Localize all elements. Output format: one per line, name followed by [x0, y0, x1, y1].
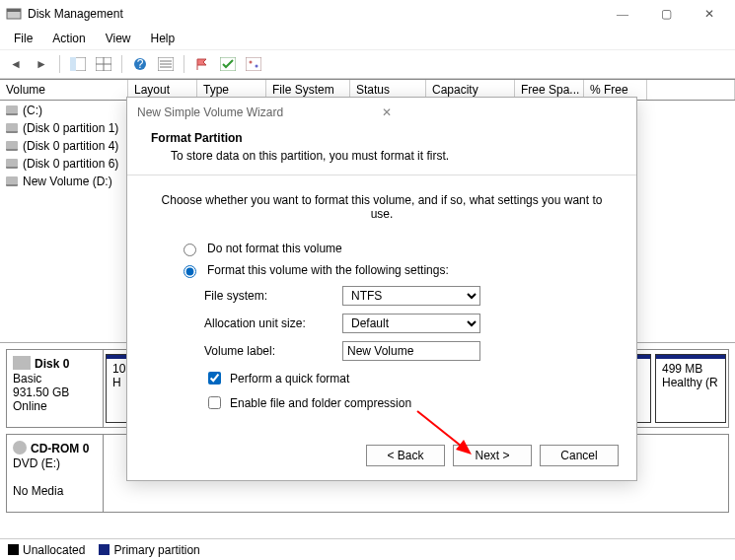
- toolbar: ◄ ► ?: [0, 49, 735, 79]
- cancel-button[interactable]: Cancel: [540, 445, 619, 466]
- select-alloc[interactable]: Default: [342, 314, 480, 333]
- menu-view[interactable]: View: [98, 30, 139, 47]
- media-status: No Media: [13, 484, 97, 498]
- panel-icon[interactable]: [68, 54, 88, 74]
- svg-text:?: ?: [137, 57, 144, 71]
- menu-file[interactable]: File: [6, 30, 40, 47]
- drive-icon: [6, 159, 18, 169]
- disk-type: Basic: [13, 372, 97, 385]
- volume-name: New Volume (D:): [23, 175, 112, 188]
- separator: [184, 55, 184, 73]
- option-quick-format[interactable]: Perform a quick format: [204, 369, 615, 387]
- drive-icon: [6, 123, 18, 133]
- svg-rect-3: [70, 57, 76, 71]
- volume-name: (Disk 0 partition 6): [23, 157, 118, 171]
- checkbox-compression[interactable]: [208, 396, 221, 409]
- legend-primary: Primary partition: [99, 543, 199, 557]
- menubar: File Action View Help: [0, 28, 735, 49]
- legend: Unallocated Primary partition: [0, 538, 735, 560]
- menu-help[interactable]: Help: [143, 30, 184, 47]
- volume-name: (C:): [23, 104, 42, 117]
- dialog-instruction: Choose whether you want to format this v…: [149, 193, 615, 221]
- svg-point-15: [250, 61, 253, 64]
- disk-name: Disk 0: [35, 357, 69, 371]
- menu-action[interactable]: Action: [44, 30, 93, 47]
- dialog-body: Choose whether you want to format this v…: [127, 175, 636, 436]
- dialog-heading: Format Partition: [151, 131, 243, 145]
- back-icon[interactable]: ◄: [6, 54, 26, 74]
- volume-name: (Disk 0 partition 1): [23, 121, 118, 135]
- dialog-titlebar: New Simple Volume Wizard ✕: [127, 98, 636, 127]
- flag-icon[interactable]: [192, 54, 212, 74]
- forward-icon[interactable]: ►: [32, 54, 51, 74]
- svg-rect-1: [7, 9, 21, 12]
- dialog-header: Format Partition To store data on this p…: [127, 127, 636, 175]
- list-icon[interactable]: [156, 54, 176, 74]
- disk-size: 931.50 GB: [13, 385, 97, 399]
- volume-name: (Disk 0 partition 4): [23, 139, 118, 153]
- drive-icon: [6, 105, 18, 115]
- dialog-buttons: < Back Next > Cancel: [366, 445, 619, 466]
- checkbox-quick-format[interactable]: [208, 372, 221, 385]
- check-icon[interactable]: [218, 54, 238, 74]
- disk-label: CD-ROM 0 DVD (E:) No Media: [7, 435, 104, 512]
- disc-icon: [13, 441, 27, 455]
- partition[interactable]: 499 MBHealthy (R: [655, 354, 726, 423]
- titlebar: Disk Management — ▢ ✕: [0, 0, 735, 28]
- radio-format[interactable]: [184, 265, 196, 278]
- label-alloc: Allocation unit size:: [204, 316, 342, 330]
- disk-status: Online: [13, 399, 97, 413]
- svg-rect-14: [246, 57, 261, 71]
- wizard-dialog: New Simple Volume Wizard ✕ Format Partit…: [126, 97, 637, 481]
- settings-icon[interactable]: [244, 54, 263, 74]
- radio-no-format[interactable]: [184, 244, 196, 256]
- drive-icon: [6, 141, 18, 151]
- back-button[interactable]: < Back: [366, 445, 445, 466]
- dialog-close-icon[interactable]: ✕: [382, 105, 626, 119]
- option-compression[interactable]: Enable file and folder compression: [204, 393, 615, 412]
- col-volume[interactable]: Volume: [0, 80, 128, 100]
- separator: [121, 55, 122, 73]
- dialog-title: New Simple Volume Wizard: [137, 105, 382, 119]
- option-no-format[interactable]: Do not format this volume: [179, 241, 615, 256]
- radio-label: Format this volume with the following se…: [207, 263, 449, 277]
- close-button[interactable]: ✕: [688, 0, 731, 28]
- disk-name: CD-ROM 0: [31, 442, 89, 455]
- disk-label: Disk 0 Basic 931.50 GB Online: [7, 350, 104, 427]
- next-button[interactable]: Next >: [453, 445, 532, 466]
- help-icon[interactable]: ?: [130, 54, 150, 74]
- label-volume-label: Volume label:: [204, 344, 342, 358]
- select-filesystem[interactable]: NTFS: [342, 286, 480, 306]
- input-volume-label[interactable]: [342, 341, 480, 361]
- grid-icon[interactable]: [94, 54, 113, 74]
- option-format[interactable]: Format this volume with the following se…: [179, 262, 615, 278]
- col-spacer: [647, 80, 735, 100]
- legend-unallocated: Unallocated: [8, 543, 85, 557]
- disk-icon: [13, 356, 31, 370]
- drive-icon: [6, 176, 18, 186]
- partition[interactable]: 10H: [106, 354, 127, 423]
- window-title: Disk Management: [28, 7, 601, 21]
- drive-letter: DVD (E:): [13, 456, 97, 470]
- label-filesystem: File system:: [204, 289, 342, 303]
- checkbox-label: Enable file and folder compression: [230, 396, 411, 410]
- dialog-subheading: To store data on this partition, you mus…: [151, 149, 613, 163]
- app-icon: [6, 6, 22, 22]
- svg-point-16: [256, 65, 258, 68]
- minimize-button[interactable]: —: [601, 0, 644, 28]
- checkbox-label: Perform a quick format: [230, 372, 349, 385]
- maximize-button[interactable]: ▢: [644, 0, 688, 28]
- separator: [59, 55, 60, 73]
- radio-label: Do not format this volume: [207, 242, 342, 255]
